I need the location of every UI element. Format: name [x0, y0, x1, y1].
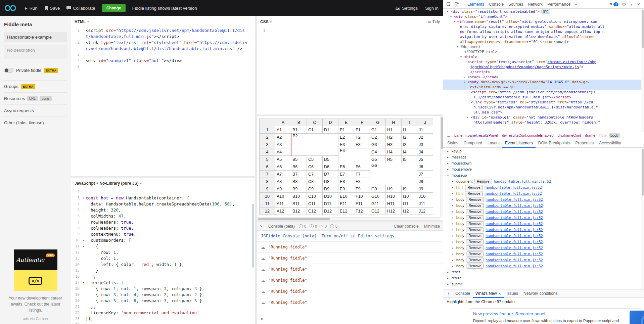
fold-arrow-icon[interactable]: ▾: [81, 237, 86, 243]
remove-listener-button[interactable]: Remove: [465, 185, 483, 190]
table-cell[interactable]: I1: [402, 126, 417, 134]
remove-listener-button[interactable]: Remove: [466, 251, 484, 257]
table-cell[interactable]: E2: [338, 134, 354, 141]
devtools-tab-performance[interactable]: Performance: [545, 0, 573, 9]
table-cell[interactable]: J6: [417, 163, 433, 171]
row-header-4[interactable]: 4: [260, 148, 275, 156]
console-prompt[interactable]: >_: [261, 317, 266, 321]
table-cell[interactable]: I11: [402, 200, 417, 207]
listener-target[interactable]: body: [456, 228, 464, 232]
breadcrumb-item[interactable]: iframe: [584, 133, 597, 138]
devtools-tab-elements[interactable]: Elements: [465, 0, 487, 9]
dom-tree-line[interactable]: ▾#document: [443, 44, 641, 49]
row-header-9[interactable]: 9: [260, 185, 275, 193]
tab-styles[interactable]: Styles: [445, 138, 461, 148]
column-header-D[interactable]: D: [323, 119, 338, 126]
gear-icon[interactable]: ⚙: [622, 2, 626, 7]
listener-target[interactable]: body: [456, 264, 464, 268]
table-cell[interactable]: B9: [291, 185, 307, 193]
expand-arrow-icon[interactable]: ▸: [447, 283, 450, 286]
expand-arrow-icon[interactable]: ▸: [452, 240, 455, 243]
js-editor-scrollbar[interactable]: [252, 204, 254, 268]
drawer-tab-network-conditions[interactable]: Network conditions: [521, 289, 560, 298]
breadcrumb-item[interactable]: div.iframeCont: [556, 133, 583, 138]
remove-listener-button[interactable]: Remove: [466, 203, 484, 208]
expand-arrow-icon[interactable]: ▾: [457, 44, 458, 49]
listener-target[interactable]: body: [456, 197, 464, 201]
dom-tree-line[interactable]: <script src="https://cdn.jsdelivr.net/np…: [443, 90, 641, 95]
change-button[interactable]: Change: [102, 4, 126, 12]
listeners-scrollbar[interactable]: [641, 148, 644, 289]
expand-arrow-icon[interactable]: ▸: [452, 228, 455, 231]
event-listener-group-reset[interactable]: ▸reset: [443, 269, 644, 275]
source-link[interactable]: handsontable.full.min.js:52: [486, 228, 543, 232]
close-icon[interactable]: ×: [637, 2, 641, 7]
expand-arrow-icon[interactable]: ▸: [452, 234, 455, 237]
tab-event-listeners[interactable]: Event Listeners: [502, 138, 536, 148]
table-cell[interactable]: A7: [275, 171, 291, 178]
listener-target[interactable]: body: [456, 258, 464, 262]
fold-arrow-icon[interactable]: ▾: [81, 243, 86, 249]
table-cell[interactable]: G11: [370, 200, 386, 207]
column-header-F[interactable]: F: [354, 119, 370, 126]
collapse-arrow-icon[interactable]: ▾: [447, 174, 450, 177]
table-cell[interactable]: D6: [323, 163, 338, 171]
table-cell[interactable]: I5: [402, 156, 417, 163]
row-header-8[interactable]: 8: [260, 178, 275, 185]
dom-tree-line[interactable]: htColumnHeaders" style="height: 320px; o…: [443, 120, 641, 125]
table-cell[interactable]: A6: [275, 163, 291, 171]
tab-properties[interactable]: Properties: [573, 138, 597, 148]
grid-badge[interactable]: grid: [541, 9, 550, 14]
table-cell[interactable]: H10: [386, 193, 402, 200]
table-cell[interactable]: C10: [307, 193, 323, 200]
scrollbar-thumb[interactable]: [642, 10, 644, 48]
remove-listener-button[interactable]: Remove: [466, 221, 484, 226]
dom-tree-line[interactable]: n.jsdelivr.net/npm/handsontable@11.1/dis…: [443, 105, 641, 110]
sidebar-item-async-requests[interactable]: Async requests: [4, 104, 67, 117]
dom-tree-line[interactable]: ▾<html>: [443, 54, 641, 59]
ad-attribution[interactable]: ads via Carbon: [0, 317, 71, 321]
table-cell[interactable]: B6: [291, 163, 307, 171]
remove-listener-button[interactable]: Remove: [466, 209, 484, 214]
remove-listener-button[interactable]: Remove: [474, 179, 492, 184]
table-cell[interactable]: B10: [291, 193, 307, 200]
dom-tree-line[interactable]: <script type="text/javascript" src="chro…: [443, 59, 641, 64]
tidy-button[interactable]: ≡ Tidy: [428, 19, 440, 24]
fold-arrow-icon[interactable]: ▾: [81, 195, 86, 201]
dom-tree-line[interactable]: ext-installed> == $0: [443, 85, 641, 90]
table-cell[interactable]: I4: [402, 148, 417, 156]
listener-target[interactable]: body: [456, 203, 464, 207]
table-cell[interactable]: G3: [370, 141, 386, 148]
table-cell[interactable]: H3: [386, 141, 402, 148]
sidebar-item-groups[interactable]: Groups EXTRA: [4, 80, 67, 92]
drawer-tab-console[interactable]: Console: [453, 289, 473, 298]
dom-tree-line[interactable]: …▾<body data-new-gr-c-s-check-loaded="14…: [443, 80, 641, 85]
expand-arrow-icon[interactable]: ▾: [454, 19, 455, 24]
settings-button[interactable]: Settings: [396, 6, 418, 11]
table-cell[interactable]: F1: [354, 126, 370, 134]
table-cell[interactable]: J1: [417, 126, 433, 134]
table-cell[interactable]: D7: [323, 171, 338, 178]
table-cell[interactable]: I9: [402, 185, 417, 193]
table-cell[interactable]: D12: [323, 207, 338, 215]
scrollbar-thumb[interactable]: [258, 218, 330, 220]
device-toolbar-icon[interactable]: [453, 1, 461, 8]
expand-arrow-icon[interactable]: ▾: [464, 80, 465, 85]
fiddle-title-input[interactable]: Handsontable example: [4, 32, 67, 42]
source-link[interactable]: handsontable.full.min.js:52: [486, 222, 543, 226]
expand-arrow-icon[interactable]: ▸: [452, 265, 455, 268]
table-cell[interactable]: E7: [338, 171, 354, 178]
tab-computed[interactable]: Computed: [461, 138, 485, 148]
table-cell[interactable]: F6: [354, 163, 370, 171]
table-cell[interactable]: E11: [338, 200, 354, 207]
table-cell[interactable]: H1: [386, 126, 402, 134]
table-cell[interactable]: G4: [370, 148, 386, 156]
remove-listener-button[interactable]: Remove: [465, 191, 483, 196]
dom-tree-line[interactable]: ull.min.css">: [443, 110, 641, 115]
table-cell[interactable]: B8: [291, 178, 307, 185]
column-header-G[interactable]: G: [370, 119, 386, 126]
table-cell[interactable]: F2: [354, 134, 370, 141]
listener-target[interactable]: body: [456, 234, 464, 238]
scrollbar-thumb[interactable]: [441, 117, 443, 149]
expand-arrow-icon[interactable]: ▾: [450, 14, 452, 19]
